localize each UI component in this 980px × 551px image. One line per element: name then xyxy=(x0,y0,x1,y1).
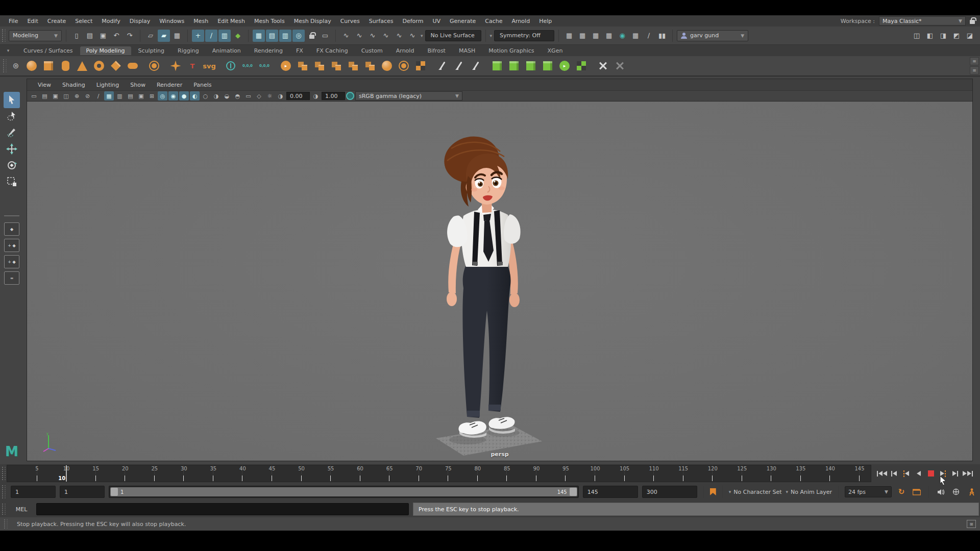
remesh-icon[interactable] xyxy=(413,58,428,73)
viewport-3d[interactable]: y persp xyxy=(27,102,972,461)
render-sequence-icon[interactable]: ▦ xyxy=(603,30,615,42)
smooth-mesh-icon[interactable] xyxy=(379,58,395,73)
fps-dropdown[interactable]: 24 fps▼ xyxy=(845,486,892,497)
live-surface-field[interactable]: No Live Surface xyxy=(425,30,481,41)
2d-pan-zoom-icon[interactable]: ⊕ xyxy=(72,91,82,101)
fill-hole-icon[interactable] xyxy=(523,58,538,73)
exposure-icon[interactable]: ☼ xyxy=(265,91,275,101)
menu-mesh-tools[interactable]: Mesh Tools xyxy=(250,18,289,24)
menu-uv[interactable]: UV xyxy=(428,18,445,24)
poly-cone-icon[interactable] xyxy=(75,58,90,73)
select-object-icon[interactable]: ▰ xyxy=(158,30,170,42)
shelf-tab-mash[interactable]: MASH xyxy=(453,46,481,55)
highlight-selection-mode-icon[interactable]: + xyxy=(192,30,204,42)
layout-single-pane[interactable]: ◆ xyxy=(4,222,19,236)
shelf-grip[interactable] xyxy=(3,59,7,73)
render-settings-icon[interactable]: ◉ xyxy=(616,30,628,42)
grid-toggle-icon[interactable]: ▦ xyxy=(104,91,114,101)
open-render-view-icon[interactable]: ▦ xyxy=(563,30,575,42)
poly-torus-icon[interactable] xyxy=(91,58,107,73)
poly-cylinder-icon[interactable] xyxy=(58,58,73,73)
color-management-icon[interactable] xyxy=(346,92,354,100)
channel-box-icon[interactable]: ◪ xyxy=(964,30,976,42)
input-connections-icon[interactable]: ∿ xyxy=(340,30,352,42)
shadows-icon[interactable]: ◑ xyxy=(211,91,221,101)
shelf-tab-fx[interactable]: FX xyxy=(290,46,309,55)
oversscan-icon[interactable]: ⊘ xyxy=(83,91,92,101)
shelf-tab-rigging[interactable]: Rigging xyxy=(172,46,205,55)
panel-menu-show[interactable]: Show xyxy=(125,82,151,88)
pause-viewport-icon[interactable]: ▮▮ xyxy=(656,30,668,42)
isolate-select-icon[interactable]: ▭ xyxy=(243,91,253,101)
motion-blur-icon[interactable]: ◓ xyxy=(233,91,242,101)
insert-edge-loop-icon[interactable] xyxy=(451,58,467,73)
boolean-union-icon[interactable] xyxy=(329,58,344,73)
screen-space-ao-icon[interactable]: ◒ xyxy=(222,91,232,101)
target-weld-icon[interactable] xyxy=(595,58,610,73)
exposure-field[interactable]: 0.00 xyxy=(286,92,310,100)
use-default-material-icon[interactable]: ○ xyxy=(201,91,210,101)
panel-menu-view[interactable]: View xyxy=(32,82,57,88)
scale-tool[interactable] xyxy=(4,173,20,190)
type-tool-icon[interactable]: T xyxy=(185,58,200,73)
hypershade-icon[interactable]: ▦ xyxy=(629,30,642,42)
menu-modify[interactable]: Modify xyxy=(97,18,125,24)
anim-layer-dropdown[interactable]: ▾No Anim Layer xyxy=(786,489,832,495)
step-back-key-button[interactable] xyxy=(901,468,912,479)
animation-end-field[interactable]: 300 xyxy=(642,486,697,498)
menu-edit[interactable]: Edit xyxy=(22,18,42,24)
shelf-tab-bifrost[interactable]: Bifrost xyxy=(421,46,452,55)
colorspace-dropdown[interactable]: sRGB gamma (legacy) ▼ xyxy=(355,91,462,101)
chevron-down-icon[interactable]: ▾ xyxy=(421,33,423,38)
timeline-grip[interactable] xyxy=(2,467,6,480)
save-scene-icon[interactable]: ▣ xyxy=(97,30,109,42)
poly-plane-icon[interactable] xyxy=(108,58,124,73)
shelf-tab-curves-surfaces[interactable]: Curves / Surfaces xyxy=(17,46,79,55)
output-window-icon[interactable]: ⊞ xyxy=(967,520,976,528)
select-camera-icon[interactable]: ▭ xyxy=(29,91,39,101)
lasso-tool[interactable] xyxy=(4,108,20,124)
film-gate-icon[interactable]: ▥ xyxy=(115,91,125,101)
undo-icon[interactable]: ↶ xyxy=(110,30,122,42)
history-toggle-icon[interactable]: ∿ xyxy=(380,30,392,42)
hypergraph-icon[interactable]: ◧ xyxy=(924,30,936,42)
current-time-indicator[interactable]: 10 xyxy=(66,465,67,482)
menu-display[interactable]: Display xyxy=(125,18,155,24)
poly-sphere-icon[interactable] xyxy=(24,58,39,73)
animation-prefs-icon[interactable] xyxy=(966,487,977,497)
panel-menu-shading[interactable]: Shading xyxy=(57,82,91,88)
symmetry-field[interactable]: Symmetry: Off xyxy=(494,30,554,41)
safe-action-icon[interactable]: ◎ xyxy=(158,91,167,101)
shelf-scroll-up-icon[interactable]: ≡ xyxy=(970,57,979,65)
step-back-frame-button[interactable] xyxy=(889,468,899,479)
step-forward-frame-button[interactable] xyxy=(950,468,961,479)
move-tool[interactable] xyxy=(4,141,20,157)
menu-arnold[interactable]: Arnold xyxy=(507,18,535,24)
menu-mesh-display[interactable]: Mesh Display xyxy=(289,18,336,24)
select-by-type-icon[interactable]: ∕ xyxy=(205,30,217,42)
combine-icon[interactable] xyxy=(295,58,310,73)
play-backwards-button[interactable] xyxy=(913,468,924,479)
playback-loop-icon[interactable]: ↻ xyxy=(896,487,907,497)
character-set-dropdown[interactable]: ▾No Character Set xyxy=(729,489,782,495)
resolution-gate-icon[interactable]: ▤ xyxy=(126,91,135,101)
reduce-mesh-icon[interactable] xyxy=(396,58,411,73)
commandline-grip[interactable] xyxy=(2,504,6,515)
menu-edit-mesh[interactable]: Edit Mesh xyxy=(213,18,250,24)
new-scene-icon[interactable]: ▯ xyxy=(70,30,83,42)
gamma-icon[interactable]: ◑ xyxy=(276,91,285,101)
layout-four-pane[interactable]: + ◆ xyxy=(4,239,19,252)
playback-end-field[interactable]: 145 xyxy=(583,486,638,498)
soft-select-icon[interactable]: ◆ xyxy=(232,30,244,42)
select-hierarchy-icon[interactable]: ▱ xyxy=(144,30,157,42)
paint-select-tool[interactable] xyxy=(4,124,20,141)
grease-pencil-icon[interactable]: ∕ xyxy=(93,91,103,101)
open-scene-icon[interactable]: ▤ xyxy=(84,30,96,42)
history-menu-icon[interactable]: ∿ xyxy=(406,30,419,42)
safe-title-icon[interactable]: ◉ xyxy=(168,91,178,101)
edge-flow-icon[interactable] xyxy=(612,58,627,73)
layout-two-pane[interactable]: + ◆ xyxy=(4,255,19,268)
shelf-tab-motion-graphics[interactable]: Motion Graphics xyxy=(482,46,540,55)
locator-origin-icon[interactable]: 0,0,0 xyxy=(240,58,255,73)
construction-history-icon[interactable]: ∿ xyxy=(366,30,379,42)
